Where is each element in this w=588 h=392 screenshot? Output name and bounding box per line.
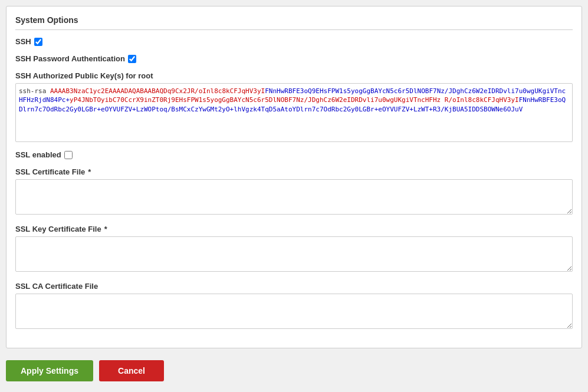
- apply-settings-button[interactable]: Apply Settings: [6, 360, 93, 381]
- ssh-authorized-keys-group: SSH Authorized Public Key(s) for root ss…: [15, 71, 573, 142]
- ssl-ca-cert-file-textarea[interactable]: [15, 294, 573, 329]
- ssh-label-text: SSH: [15, 37, 31, 46]
- ssl-ca-cert-file-group: SSL CA Certificate File: [15, 282, 573, 331]
- panel-title: System Options: [15, 15, 573, 30]
- ssh-password-auth-group: SSH Password Authentication: [15, 54, 573, 63]
- ssl-enabled-group: SSL enabled: [15, 150, 573, 159]
- ssh-password-auth-label-text: SSH Password Authentication: [15, 54, 125, 63]
- ssl-enabled-label-text: SSL enabled: [15, 150, 61, 159]
- cancel-button[interactable]: Cancel: [99, 360, 164, 381]
- ssl-key-cert-file-label: SSL Key Certificate File*: [15, 225, 573, 233]
- ssl-key-cert-file-group: SSL Key Certificate File*: [15, 225, 573, 274]
- ssh-checkbox[interactable]: [34, 38, 42, 46]
- page-wrapper: System Options SSH SSH Password Authenti…: [0, 0, 588, 392]
- button-row: Apply Settings Cancel: [6, 354, 582, 387]
- ssh-label[interactable]: SSH: [15, 37, 573, 46]
- ssh-group: SSH: [15, 37, 573, 46]
- ssl-cert-file-textarea[interactable]: [15, 179, 573, 215]
- ssl-enabled-checkbox[interactable]: [64, 151, 73, 159]
- ssh-key-textarea[interactable]: ssh-rsa AAAAB3NzaC1yc2EAAAADAQABAABAQDq9…: [15, 83, 573, 142]
- ssh-password-auth-checkbox[interactable]: [128, 55, 136, 63]
- ssl-key-cert-file-textarea[interactable]: [15, 236, 573, 272]
- system-options-panel: System Options SSH SSH Password Authenti…: [6, 6, 582, 348]
- ssl-cert-file-label: SSL Certificate File*: [15, 167, 573, 176]
- ssl-cert-file-group: SSL Certificate File*: [15, 167, 573, 216]
- ssh-password-auth-label[interactable]: SSH Password Authentication: [15, 54, 573, 63]
- ssl-ca-cert-file-label: SSL CA Certificate File: [15, 282, 573, 291]
- ssh-authorized-keys-label: SSH Authorized Public Key(s) for root: [15, 71, 573, 80]
- ssl-enabled-label[interactable]: SSL enabled: [15, 150, 573, 159]
